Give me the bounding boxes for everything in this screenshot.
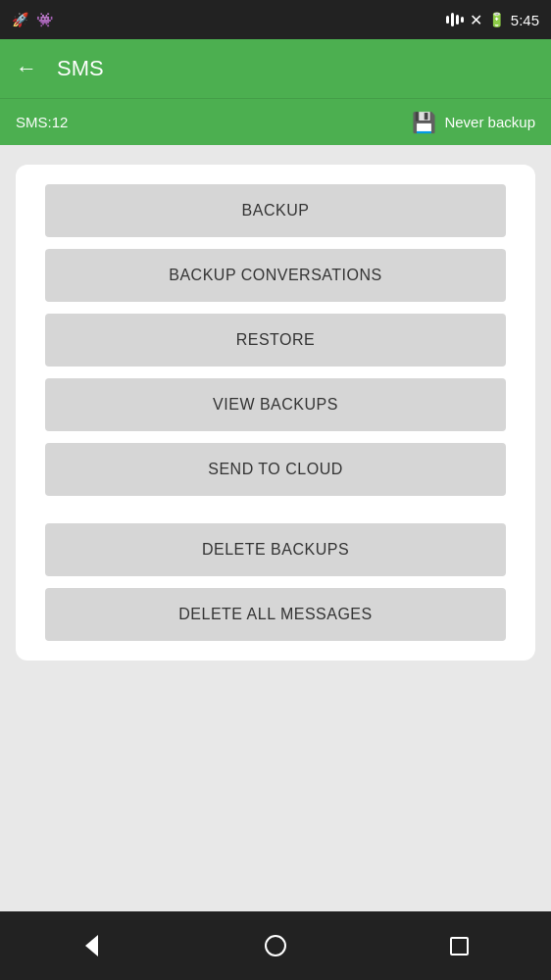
backup-status: Never backup <box>444 114 535 130</box>
restore-button[interactable]: RESTORE <box>45 314 506 367</box>
delete-backups-button[interactable]: DELETE BACKUPS <box>45 523 506 576</box>
backup-conversations-button[interactable]: BACKUP CONVERSATIONS <box>45 249 506 302</box>
nav-bar <box>0 911 551 980</box>
app-bar: ← SMS <box>0 39 551 98</box>
rocket-icon: 🚀 <box>12 12 28 27</box>
main-content: BACKUP BACKUP CONVERSATIONS RESTORE VIEW… <box>0 145 551 911</box>
send-to-cloud-button[interactable]: SEND TO CLOUD <box>45 443 506 496</box>
delete-all-messages-button[interactable]: DELETE ALL MESSAGES <box>45 588 506 641</box>
back-button[interactable]: ← <box>16 56 37 81</box>
sub-header: SMS:12 💾 Never backup <box>0 98 551 145</box>
battery-icon: 🔋 <box>488 12 505 27</box>
save-icon: 💾 <box>412 111 436 134</box>
card: BACKUP BACKUP CONVERSATIONS RESTORE VIEW… <box>16 165 535 661</box>
status-bar: 🚀 👾 ✕ 🔋 5:45 <box>0 0 551 39</box>
backup-button[interactable]: BACKUP <box>45 184 506 237</box>
status-bar-left: 🚀 👾 <box>12 12 53 27</box>
vibrate-icon <box>446 13 464 26</box>
bug-icon: 👾 <box>36 12 53 27</box>
status-time: 5:45 <box>511 12 539 28</box>
status-bar-right: ✕ 🔋 5:45 <box>446 11 539 29</box>
spacer <box>45 508 506 523</box>
no-signal-icon: ✕ <box>470 11 482 29</box>
sms-count: SMS:12 <box>16 114 68 130</box>
nav-back-button[interactable] <box>68 921 117 970</box>
backup-info: 💾 Never backup <box>412 111 535 134</box>
nav-recents-button[interactable] <box>434 921 483 970</box>
app-title: SMS <box>57 56 104 81</box>
view-backups-button[interactable]: VIEW BACKUPS <box>45 378 506 431</box>
nav-home-button[interactable] <box>251 921 300 970</box>
